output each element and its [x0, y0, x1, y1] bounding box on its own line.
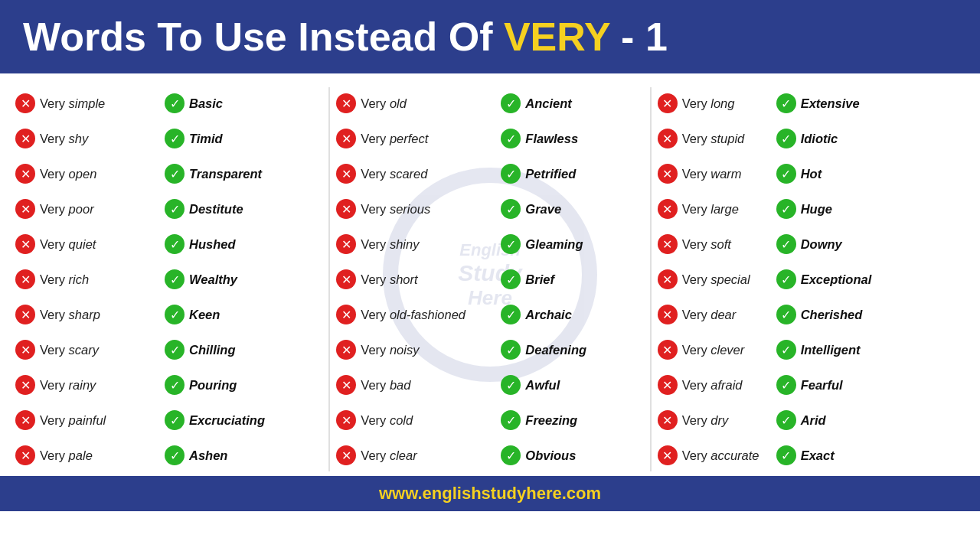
- wrong-word: Very dry: [682, 413, 729, 428]
- wrong-word: Very simple: [40, 96, 105, 111]
- wrong-word: Very stupid: [682, 132, 745, 146]
- wrong-word: Very long: [682, 96, 735, 111]
- right-icon: ✓: [776, 269, 796, 289]
- list-item: ✓Deafening: [501, 334, 619, 366]
- wrong-word: Very old-fashioned: [361, 308, 466, 322]
- header-suffix: - 1: [610, 15, 668, 59]
- wrong-icon: ✕: [15, 305, 35, 324]
- right-icon: ✓: [776, 164, 796, 184]
- right-icon: ✓: [165, 199, 185, 219]
- list-item: ✕Very large: [658, 193, 776, 225]
- wrong-icon: ✕: [15, 410, 35, 430]
- col-wrong-2: ✕Very old✕Very perfect✕Very scared✕Very …: [336, 87, 501, 471]
- right-word: Obvious: [525, 448, 576, 463]
- col-right-1: ✓Basic✓Timid✓Transparent✓Destitute✓Hushe…: [165, 87, 299, 471]
- wrong-word: Very large: [682, 202, 739, 217]
- right-word: Flawless: [525, 132, 578, 146]
- list-item: ✕Very accurate: [658, 439, 776, 471]
- list-item: ✓Intelligent: [776, 334, 895, 366]
- right-icon: ✓: [165, 305, 185, 324]
- wrong-icon: ✕: [336, 375, 356, 395]
- right-icon: ✓: [776, 410, 796, 430]
- right-icon: ✓: [165, 445, 185, 465]
- wrong-word: Very clever: [682, 343, 745, 357]
- list-item: ✕Very bad: [336, 369, 501, 401]
- list-item: ✕Very serious: [336, 193, 501, 225]
- right-icon: ✓: [501, 164, 521, 184]
- wrong-word: Very painful: [40, 413, 106, 428]
- list-item: ✕Very quiet: [15, 228, 165, 260]
- list-item: ✕Very cold: [336, 404, 501, 436]
- right-word: Fearful: [801, 378, 843, 393]
- list-item: ✓Pouring: [165, 369, 299, 401]
- wrong-icon: ✕: [658, 93, 678, 113]
- list-item: ✕Very old: [336, 87, 501, 119]
- right-word: Gleaming: [525, 237, 583, 252]
- list-item: ✓Exceptional: [776, 263, 895, 295]
- list-item: ✓Downy: [776, 228, 895, 260]
- list-item: ✓Cherished: [776, 298, 895, 331]
- list-item: ✓Ashen: [165, 439, 299, 471]
- right-icon: ✓: [501, 340, 521, 360]
- right-word: Petrified: [525, 167, 576, 181]
- wrong-icon: ✕: [658, 445, 678, 465]
- list-item: ✕Very clever: [658, 334, 776, 366]
- list-item: ✓Huge: [776, 193, 895, 225]
- column-group-2: ✕Very old✕Very perfect✕Very scared✕Very …: [336, 87, 643, 471]
- right-word: Freezing: [525, 413, 577, 428]
- wrong-word: Very open: [40, 167, 96, 181]
- wrong-icon: ✕: [336, 199, 356, 219]
- list-item: ✓Arid: [776, 404, 895, 436]
- wrong-word: Very short: [361, 272, 417, 287]
- right-word: Ashen: [189, 448, 227, 463]
- header-prefix: Words To Use Instead Of: [23, 15, 504, 59]
- list-item: ✕Very rainy: [15, 369, 165, 401]
- wrong-word: Very afraid: [682, 378, 743, 393]
- right-icon: ✓: [501, 410, 521, 430]
- list-item: ✕Very clear: [336, 439, 501, 471]
- right-word: Extensive: [801, 96, 860, 111]
- wrong-word: Very rainy: [40, 378, 96, 393]
- right-icon: ✓: [776, 234, 796, 254]
- wrong-word: Very poor: [40, 202, 94, 217]
- list-item: ✕Very scared: [336, 158, 501, 190]
- right-icon: ✓: [501, 93, 521, 113]
- right-word: Pouring: [189, 378, 237, 393]
- list-item: ✕Very long: [658, 87, 776, 119]
- list-item: ✓Idiotic: [776, 122, 895, 155]
- wrong-word: Very scary: [40, 343, 99, 357]
- list-item: ✕Very open: [15, 158, 165, 190]
- wrong-word: Very soft: [682, 237, 731, 252]
- right-word: Wealthy: [189, 272, 237, 287]
- list-item: ✓Obvious: [501, 439, 619, 471]
- column-group-1: ✕Very simple✕Very shy✕Very open✕Very poo…: [15, 87, 322, 471]
- list-item: ✓Basic: [165, 87, 299, 119]
- right-word: Grave: [525, 202, 561, 217]
- right-word: Timid: [189, 132, 223, 146]
- wrong-word: Very rich: [40, 272, 89, 287]
- wrong-word: Very shy: [40, 132, 88, 146]
- right-icon: ✓: [165, 375, 185, 395]
- right-icon: ✓: [165, 340, 185, 360]
- list-item: ✓Brief: [501, 263, 619, 295]
- col-right-3: ✓Extensive✓Idiotic✓Hot✓Huge✓Downy✓Except…: [776, 87, 895, 471]
- right-icon: ✓: [165, 269, 185, 289]
- wrong-word: Very pale: [40, 448, 93, 463]
- right-word: Intelligent: [801, 343, 861, 357]
- list-item: ✓Excruciating: [165, 404, 299, 436]
- wrong-word: Very serious: [361, 202, 430, 217]
- list-item: ✕Very rich: [15, 263, 165, 295]
- wrong-icon: ✕: [658, 410, 678, 430]
- wrong-icon: ✕: [15, 269, 35, 289]
- wrong-icon: ✕: [336, 340, 356, 360]
- wrong-word: Very perfect: [361, 132, 428, 146]
- right-icon: ✓: [501, 234, 521, 254]
- wrong-word: Very clear: [361, 448, 416, 463]
- list-item: ✓Wealthy: [165, 263, 299, 295]
- list-item: ✕Very old-fashioned: [336, 298, 501, 331]
- wrong-word: Very noisy: [361, 343, 419, 357]
- right-icon: ✓: [501, 199, 521, 219]
- header-highlight: VERY: [504, 15, 610, 59]
- wrong-word: Very dear: [682, 308, 737, 322]
- wrong-icon: ✕: [336, 305, 356, 324]
